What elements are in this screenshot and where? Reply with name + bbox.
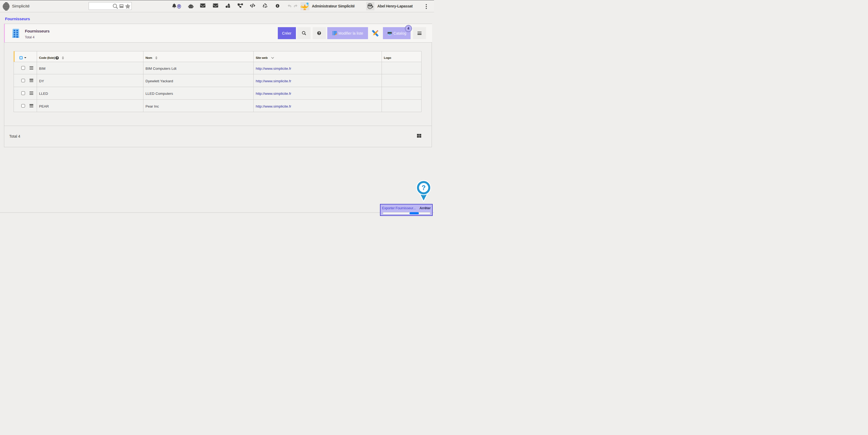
svg-text:?: ?	[422, 184, 426, 192]
